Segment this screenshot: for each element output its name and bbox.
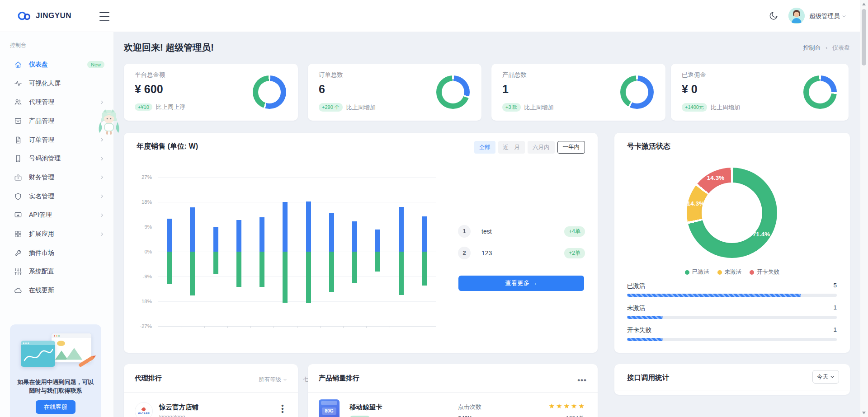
sidebar-item-label: API管理 <box>29 211 52 219</box>
sales-tab-2[interactable]: 近一月 <box>498 141 525 154</box>
divider <box>614 390 850 390</box>
sidebar-item-11[interactable]: 插件市场 <box>0 244 113 262</box>
user-avatar[interactable] <box>788 8 805 24</box>
sidebar-item-13[interactable]: 在线更新 <box>0 281 113 300</box>
scrollbar-thumb[interactable] <box>862 9 866 66</box>
hamburger-icon[interactable] <box>99 11 109 22</box>
y-tick-label: 9% <box>144 224 152 230</box>
axis-tick <box>366 326 367 328</box>
bar-up-四月 <box>236 220 241 252</box>
scroll-down-arrow-icon[interactable] <box>862 412 866 414</box>
sidebar-item-label: 可视化大屏 <box>29 80 61 88</box>
sidebar-item-12[interactable]: 系统配置 <box>0 262 113 281</box>
bar-down-二月 <box>190 252 195 295</box>
stat-trend-row: +3 款比上周增加 <box>502 103 554 112</box>
card-api-call-stats: 接口调用统计 今天 <box>614 364 850 395</box>
bar-down-八月 <box>329 252 334 292</box>
logo-text: JINGYUN <box>36 11 71 20</box>
fish-logo-icon <box>141 407 146 412</box>
sidebar-item-label: 实名管理 <box>29 192 54 201</box>
axis-tick <box>181 326 181 328</box>
stat-value: 6 <box>319 83 325 96</box>
sidebar-item-2[interactable]: 可视化大屏 <box>0 74 113 93</box>
legend-label: 已激活 <box>692 268 709 276</box>
box-icon <box>14 117 22 125</box>
stat-value: ¥ 600 <box>135 83 163 96</box>
user-chevron-down-icon <box>842 14 846 19</box>
online-service-button[interactable]: 在线客服 <box>36 400 75 414</box>
chevron-right-icon <box>99 175 104 180</box>
progress-fill <box>627 316 663 319</box>
axis-tick <box>158 326 158 328</box>
page-scrollbar[interactable] <box>860 0 868 417</box>
sales-tab-3[interactable]: 六月内 <box>528 141 555 154</box>
sidebar-item-1[interactable]: 仪表盘New <box>0 55 113 74</box>
user-name[interactable]: 超级管理员 <box>809 12 840 20</box>
legend-dot-icon <box>750 270 754 275</box>
sales-tab-1[interactable]: 全部 <box>474 141 495 154</box>
chevron-right-icon <box>99 213 104 218</box>
gridline <box>158 227 436 227</box>
stat-card-3: 产品总数1+3 款比上周增加 <box>491 64 665 121</box>
divider <box>124 392 298 393</box>
progress-label: 已激活 <box>627 282 646 290</box>
clicks-value: 340K <box>458 415 472 417</box>
bar-down-六月 <box>283 252 288 303</box>
sidebar-item-label: 代理管理 <box>29 98 54 106</box>
trend-note: 比上周增加 <box>346 103 376 112</box>
sales-tab-4[interactable]: 一年内 <box>557 141 585 154</box>
axis-tick <box>227 326 228 328</box>
bar-down-七月 <box>306 252 311 303</box>
sidebar-item-8[interactable]: 实名管理 <box>0 187 113 206</box>
sidebar-item-label: 财务管理 <box>29 173 54 182</box>
sidebar-item-6[interactable]: 号码池管理 <box>0 149 113 168</box>
bar-down-十一月 <box>399 252 404 295</box>
axis-tick <box>343 326 344 328</box>
trend-note: 比上周增加 <box>711 103 740 112</box>
legend-dot-icon <box>717 270 722 275</box>
scroll-up-arrow-icon[interactable] <box>862 3 866 5</box>
sidebar-item-10[interactable]: 扩展应用 <box>0 225 113 244</box>
dark-mode-moon-icon[interactable] <box>769 11 778 21</box>
axis-tick <box>320 326 321 328</box>
agent-level-filter[interactable]: 所有等级 <box>259 376 287 384</box>
ellipsis-menu-icon[interactable]: ••• <box>577 376 587 385</box>
gridline <box>158 276 436 277</box>
api-range-select[interactable]: 今天 <box>812 370 839 384</box>
rank-name: test <box>481 228 492 235</box>
sidebar-section-label: 控制台 <box>10 42 26 49</box>
top-header: JINGYUN 超级管理员 <box>0 0 868 32</box>
bar-up-五月 <box>259 217 264 252</box>
sidebar-item-label: 仪表盘 <box>29 61 48 69</box>
breadcrumb-root[interactable]: 控制台 <box>803 44 821 51</box>
bar-chart-plot <box>158 177 436 327</box>
gridline <box>158 301 436 302</box>
kebab-menu-icon[interactable]: ••• <box>278 404 287 413</box>
sidebar-item-9[interactable]: API管理 <box>0 206 113 225</box>
bar-up-一月 <box>167 219 172 252</box>
legend-dot-icon <box>685 270 689 275</box>
card-activation-status: 号卡激活状态 已激活未激活开卡失败 已激活5未激活1开卡失败1 71.4%14.… <box>614 133 850 353</box>
phone-icon <box>14 155 22 163</box>
gridline <box>158 177 436 178</box>
sales-range-tabs: 全部近一月六月内一年内 <box>474 141 585 154</box>
breadcrumb-separator: › <box>826 44 827 51</box>
progress-fill <box>627 338 663 341</box>
product-card-title: 产品销量排行 <box>319 374 359 383</box>
app-logo[interactable]: JINGYUN <box>17 10 71 22</box>
sidebar-item-label: 号码池管理 <box>29 155 61 163</box>
y-tick-label: -27% <box>140 323 152 329</box>
sidebar-item-label: 系统配置 <box>29 267 54 276</box>
pie-percent-label: 14.3% <box>687 200 704 207</box>
donut-legend: 已激活未激活开卡失败 <box>614 268 850 276</box>
sidebar-item-7[interactable]: 财务管理 <box>0 168 113 187</box>
legend-label: 开卡失败 <box>757 268 779 276</box>
stat-donut-chart <box>436 75 470 109</box>
axis-tick <box>250 326 251 328</box>
view-more-button[interactable]: 查看更多 → <box>458 276 584 291</box>
bar-down-一月 <box>167 252 172 284</box>
bar-down-四月 <box>236 252 241 287</box>
progress-track <box>627 294 837 297</box>
axis-tick <box>413 326 413 328</box>
arrow-right-icon: → <box>531 280 538 286</box>
